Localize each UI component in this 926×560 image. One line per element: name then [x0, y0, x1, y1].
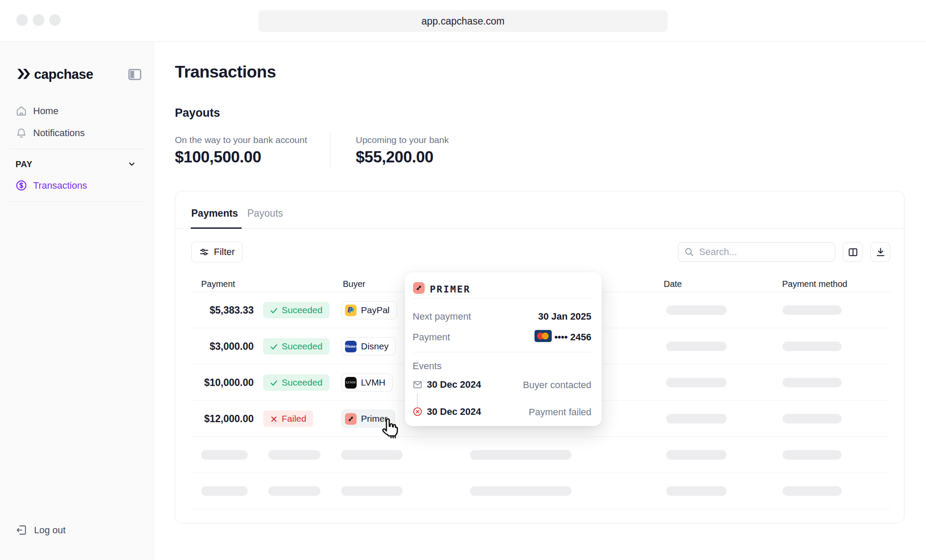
page-title: Transactions — [175, 62, 276, 81]
sidebar-item-label: Home — [33, 106, 59, 117]
search-input[interactable] — [678, 242, 835, 262]
skeleton-pill — [783, 305, 842, 315]
logout-icon — [16, 524, 27, 536]
payment-amount: $10,000.00 — [191, 377, 254, 389]
sidebar: capchase Home — [0, 42, 154, 560]
skeleton-pill — [201, 486, 248, 496]
tab-payments[interactable]: Payments — [191, 208, 238, 219]
skeleton-pill — [666, 414, 727, 423]
buyer-chip-paypal[interactable]: P P PayPal — [342, 301, 397, 319]
app-window: app.capchase.com capchase — [0, 0, 926, 560]
window-close-button[interactable] — [16, 14, 28, 26]
tab-payouts[interactable]: Payouts — [247, 208, 283, 219]
sidebar-item-notifications[interactable]: Notifications — [0, 122, 153, 144]
skeleton-pill — [666, 486, 727, 496]
buyer-detail-popover: PRIMER Next payment 30 Jan 2025 Payment … — [405, 272, 602, 426]
status-badge: Suceeded — [263, 338, 329, 355]
payment-amount: $12,000.00 — [191, 413, 254, 425]
skeleton-pill — [783, 450, 842, 460]
mail-icon — [413, 380, 423, 389]
popover-divider — [413, 352, 591, 352]
primer-logo-icon — [345, 413, 357, 425]
skeleton-pill — [783, 486, 842, 496]
capchase-logo-text: capchase — [34, 67, 93, 82]
skeleton-pill — [341, 450, 403, 460]
columns-icon — [848, 247, 858, 258]
address-bar[interactable]: app.capchase.com — [258, 10, 668, 32]
logout-label: Log out — [34, 525, 65, 536]
event-date: 30 Dec 2024 — [427, 406, 481, 417]
status-label: Suceeded — [282, 377, 323, 388]
sidebar-item-home[interactable]: Home — [0, 100, 153, 122]
payout-card-label: On the way to your bank account — [175, 135, 307, 145]
buyer-chip-disney[interactable]: Disney Disney — [342, 337, 396, 355]
sidebar-collapse-icon[interactable] — [128, 69, 141, 80]
sidebar-item-transactions[interactable]: Transactions — [0, 174, 153, 196]
skeleton-pill — [666, 305, 727, 315]
column-header-payment: Payment — [201, 279, 235, 289]
sidebar-section-pay[interactable]: PAY — [0, 154, 153, 174]
mastercard-icon — [534, 330, 552, 342]
home-icon — [16, 105, 27, 117]
window-minimize-button[interactable] — [33, 14, 44, 26]
lvmh-logo-icon: LVMH — [345, 377, 357, 389]
check-icon — [270, 342, 278, 350]
popover-row-value: 30 Jan 2025 — [538, 311, 591, 322]
buyer-name: Disney — [361, 341, 388, 352]
status-badge: Suceeded — [263, 374, 329, 391]
window-controls — [16, 14, 61, 26]
payment-amount: $3,000.00 — [191, 341, 254, 352]
skeleton-pill — [470, 486, 572, 496]
event-date: 30 Dec 2024 — [427, 379, 481, 390]
sidebar-divider — [9, 149, 145, 149]
chevron-down-icon — [127, 160, 136, 168]
skeleton-pill — [666, 378, 727, 387]
search-box — [678, 242, 835, 262]
skeleton-pill — [470, 450, 572, 460]
payment-amount: $5,383.33 — [191, 305, 254, 316]
disney-logo-icon: Disney — [345, 341, 357, 352]
popover-row-label: Next payment — [413, 311, 471, 322]
dollar-circle-icon — [16, 180, 27, 191]
download-icon — [875, 247, 886, 258]
events-heading: Events — [413, 361, 441, 372]
sidebar-item-label: Notifications — [33, 128, 85, 139]
filter-icon — [199, 247, 209, 257]
payouts-heading: Payouts — [175, 106, 220, 120]
sidebar-divider — [9, 201, 145, 202]
column-header-payment-method: Payment method — [782, 279, 847, 289]
buyer-name: PayPal — [361, 305, 390, 315]
capchase-logo: capchase — [17, 67, 93, 82]
skeleton-pill — [783, 342, 842, 351]
window-maximize-button[interactable] — [49, 14, 61, 26]
filter-button[interactable]: Filter — [191, 242, 242, 262]
status-label: Failed — [282, 414, 306, 424]
sidebar-item-label: Transactions — [33, 180, 87, 191]
sidebar-section-label: PAY — [16, 159, 32, 169]
buyer-chip-lvmh[interactable]: LVMH LVMH — [342, 373, 393, 392]
download-button[interactable] — [870, 242, 890, 262]
popover-divider — [413, 298, 591, 299]
skeleton-pill — [341, 486, 403, 496]
event-description: Buyer contacted — [523, 380, 591, 391]
buyer-name: LVMH — [361, 377, 385, 388]
error-circle-icon — [413, 407, 423, 417]
table-row-skeleton — [175, 473, 904, 509]
capchase-logo-icon — [17, 68, 31, 81]
skeleton-pill — [666, 450, 727, 460]
skeleton-pill — [783, 414, 842, 423]
status-label: Suceeded — [282, 305, 323, 315]
logout-button[interactable]: Log out — [16, 524, 65, 536]
skeleton-pill — [666, 342, 727, 351]
payout-card-label: Upcoming to your bank — [356, 135, 449, 145]
payout-card-amount: $55,200.00 — [356, 148, 433, 166]
status-badge: Failed — [263, 411, 313, 427]
check-icon — [270, 306, 278, 314]
skeleton-pill — [268, 450, 320, 460]
browser-topbar: app.capchase.com — [0, 0, 926, 42]
check-icon — [270, 379, 278, 386]
columns-button[interactable] — [843, 242, 863, 262]
pointer-cursor — [381, 417, 401, 440]
event-connector — [417, 393, 418, 408]
primer-logo-icon — [413, 282, 425, 294]
